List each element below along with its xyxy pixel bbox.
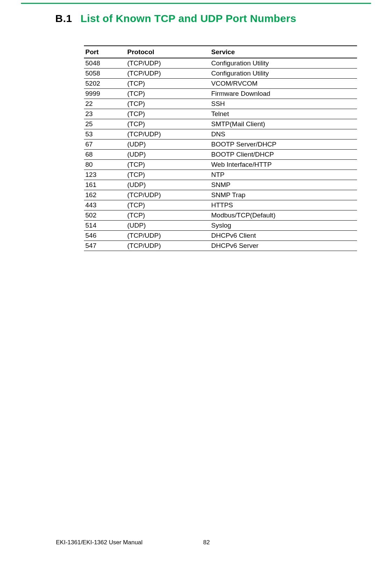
cell-port: 23 bbox=[84, 109, 126, 119]
cell-protocol: (TCP/UDP) bbox=[126, 190, 210, 200]
table-row: 547(TCP/UDP)DHCPv6 Server bbox=[84, 241, 357, 251]
cell-service: DNS bbox=[210, 129, 357, 139]
cell-port: 67 bbox=[84, 139, 126, 150]
cell-port: 443 bbox=[84, 200, 126, 210]
cell-protocol: (UDP) bbox=[126, 221, 210, 231]
cell-service: Configuration Utility bbox=[210, 69, 357, 79]
table-row: 80(TCP)Web Interface/HTTP bbox=[84, 160, 357, 170]
cell-service: SNMP bbox=[210, 180, 357, 190]
cell-port: 123 bbox=[84, 170, 126, 180]
ports-table: Port Protocol Service 5048(TCP/UDP)Confi… bbox=[84, 45, 357, 251]
cell-service: DHCPv6 Client bbox=[210, 231, 357, 241]
cell-port: 22 bbox=[84, 99, 126, 109]
cell-service: HTTPS bbox=[210, 200, 357, 210]
cell-service: Configuration Utility bbox=[210, 58, 357, 69]
cell-service: BOOTP Server/DHCP bbox=[210, 139, 357, 150]
table-row: 123(TCP)NTP bbox=[84, 170, 357, 180]
cell-service: SNMP Trap bbox=[210, 190, 357, 200]
cell-port: 68 bbox=[84, 150, 126, 160]
cell-port: 162 bbox=[84, 190, 126, 200]
cell-protocol: (UDP) bbox=[126, 139, 210, 150]
cell-protocol: (UDP) bbox=[126, 150, 210, 160]
cell-port: 502 bbox=[84, 210, 126, 221]
cell-protocol: (TCP) bbox=[126, 160, 210, 170]
cell-port: 514 bbox=[84, 221, 126, 231]
footer-manual-title: EKI-1361/EKI-1362 User Manual bbox=[56, 539, 143, 546]
section-number: B.1 bbox=[55, 13, 72, 24]
cell-protocol: (TCP/UDP) bbox=[126, 129, 210, 139]
section-heading: B.1 List of Known TCP and UDP Port Numbe… bbox=[55, 13, 357, 24]
cell-protocol: (TCP) bbox=[126, 170, 210, 180]
cell-protocol: (UDP) bbox=[126, 180, 210, 190]
cell-port: 80 bbox=[84, 160, 126, 170]
table-row: 5058(TCP/UDP)Configuration Utility bbox=[84, 69, 357, 79]
col-header-service: Service bbox=[210, 46, 357, 58]
cell-service: NTP bbox=[210, 170, 357, 180]
cell-port: 546 bbox=[84, 231, 126, 241]
page-footer: EKI-1361/EKI-1362 User Manual 82 bbox=[56, 539, 357, 546]
cell-port: 53 bbox=[84, 129, 126, 139]
cell-port: 547 bbox=[84, 241, 126, 251]
cell-protocol: (TCP) bbox=[126, 210, 210, 221]
cell-service: Syslog bbox=[210, 221, 357, 231]
table-row: 53(TCP/UDP)DNS bbox=[84, 129, 357, 139]
cell-port: 161 bbox=[84, 180, 126, 190]
table-row: 5048(TCP/UDP)Configuration Utility bbox=[84, 58, 357, 69]
table-row: 22(TCP)SSH bbox=[84, 99, 357, 109]
cell-service: DHCPv6 Server bbox=[210, 241, 357, 251]
cell-service: Telnet bbox=[210, 109, 357, 119]
table-row: 502(TCP)Modbus/TCP(Default) bbox=[84, 210, 357, 221]
cell-protocol: (TCP/UDP) bbox=[126, 241, 210, 251]
table-row: 23(TCP)Telnet bbox=[84, 109, 357, 119]
table-row: 25(TCP)SMTP(Mail Client) bbox=[84, 119, 357, 129]
cell-service: SMTP(Mail Client) bbox=[210, 119, 357, 129]
cell-protocol: (TCP/UDP) bbox=[126, 69, 210, 79]
col-header-port: Port bbox=[84, 46, 126, 58]
cell-protocol: (TCP) bbox=[126, 109, 210, 119]
col-header-protocol: Protocol bbox=[126, 46, 210, 58]
cell-protocol: (TCP) bbox=[126, 119, 210, 129]
table-row: 514(UDP)Syslog bbox=[84, 221, 357, 231]
page-accent-bar bbox=[21, 3, 371, 4]
cell-service: VCOM/RVCOM bbox=[210, 79, 357, 89]
cell-protocol: (TCP) bbox=[126, 99, 210, 109]
cell-protocol: (TCP) bbox=[126, 89, 210, 99]
cell-service: Modbus/TCP(Default) bbox=[210, 210, 357, 221]
table-row: 68(UDP)BOOTP Client/DHCP bbox=[84, 150, 357, 160]
table-row: 162(TCP/UDP)SNMP Trap bbox=[84, 190, 357, 200]
table-row: 443(TCP)HTTPS bbox=[84, 200, 357, 210]
cell-port: 5058 bbox=[84, 69, 126, 79]
table-header-row: Port Protocol Service bbox=[84, 46, 357, 58]
table-row: 9999(TCP)Firmware Download bbox=[84, 89, 357, 99]
cell-protocol: (TCP/UDP) bbox=[126, 231, 210, 241]
cell-protocol: (TCP/UDP) bbox=[126, 58, 210, 69]
table-row: 5202(TCP)VCOM/RVCOM bbox=[84, 79, 357, 89]
cell-port: 5048 bbox=[84, 58, 126, 69]
footer-page-number: 82 bbox=[203, 539, 210, 546]
cell-service: SSH bbox=[210, 99, 357, 109]
table-row: 67(UDP)BOOTP Server/DHCP bbox=[84, 139, 357, 150]
cell-service: Firmware Download bbox=[210, 89, 357, 99]
ports-table-container: Port Protocol Service 5048(TCP/UDP)Confi… bbox=[84, 45, 357, 251]
cell-protocol: (TCP) bbox=[126, 200, 210, 210]
table-row: 161(UDP)SNMP bbox=[84, 180, 357, 190]
table-row: 546(TCP/UDP)DHCPv6 Client bbox=[84, 231, 357, 241]
cell-port: 9999 bbox=[84, 89, 126, 99]
section-title: List of Known TCP and UDP Port Numbers bbox=[80, 13, 296, 24]
cell-service: Web Interface/HTTP bbox=[210, 160, 357, 170]
cell-protocol: (TCP) bbox=[126, 79, 210, 89]
cell-service: BOOTP Client/DHCP bbox=[210, 150, 357, 160]
cell-port: 25 bbox=[84, 119, 126, 129]
cell-port: 5202 bbox=[84, 79, 126, 89]
